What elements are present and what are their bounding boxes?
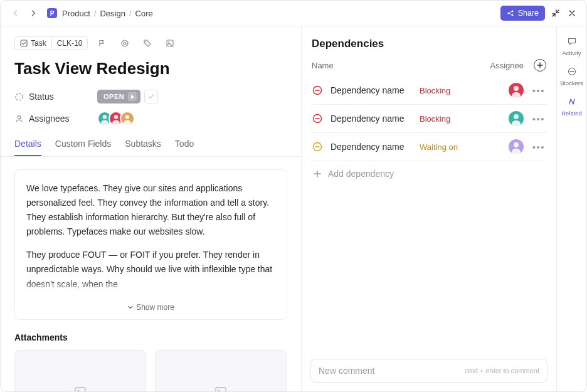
description-card[interactable]: We love typefaces. They give our sites a… [14,169,287,320]
plus-icon [313,169,322,178]
row-menu-button[interactable]: ••• [531,85,546,96]
svg-point-10 [18,115,21,119]
main-scroll[interactable]: We love typefaces. They give our sites a… [1,157,301,391]
svg-point-16 [124,120,131,125]
page-title[interactable]: Task View Redesign [1,56,301,86]
row-menu-button[interactable]: ••• [531,142,546,152]
svg-point-25 [514,114,519,119]
status-badge[interactable]: OPEN [97,90,140,103]
tab-subtasks[interactable]: Subtasks [125,139,161,156]
breadcrumb-item-2[interactable]: Core [135,9,153,18]
tag-button[interactable] [139,35,156,51]
svg-point-12 [101,120,108,125]
dependencies-columns: Name Assignee [310,50,547,77]
attachment-card[interactable] [14,350,146,391]
svg-rect-7 [167,40,173,46]
svg-point-11 [103,115,107,119]
tab-custom-fields[interactable]: Custom Fields [55,139,111,156]
nav-back-button[interactable] [9,7,22,19]
collapse-button[interactable] [550,8,561,19]
workspace-badge[interactable]: P [47,8,57,18]
svg-point-6 [145,41,147,43]
svg-point-1 [511,11,513,13]
attachment-card[interactable] [155,350,287,391]
svg-point-5 [124,42,126,45]
comment-hint: cmd + enter to comment [465,367,539,374]
tabs: Details Custom Fields Subtasks Todo [1,130,301,157]
block-icon [567,66,577,77]
comment-placeholder: New comment [319,366,374,376]
main-panel: Task CLK-10 Task [1,26,302,391]
breadcrumb-item-1[interactable]: Design [100,9,125,18]
rail-blockers[interactable]: Blockers [560,65,583,87]
avatar[interactable] [509,139,524,154]
flag-button[interactable] [94,35,110,51]
dependency-row[interactable]: Dependency name Waiting on ••• [310,133,547,161]
tab-todo[interactable]: Todo [175,139,194,156]
topbar: P Product / Design / Core Share [1,1,586,26]
add-dependency-label: Add dependency [328,169,394,179]
task-chips-row: Task CLK-10 [1,26,301,56]
tab-details[interactable]: Details [14,139,41,156]
assignees-row: Assignees [1,107,301,130]
rail-related[interactable]: Related [561,95,582,117]
assignee-avatars[interactable] [97,111,135,126]
dependency-status: Waiting on [420,142,458,152]
svg-point-8 [168,41,169,43]
dependency-status: Blocking [420,86,450,95]
avatar[interactable] [509,111,524,126]
description-paragraph: We love typefaces. They give our sites a… [26,181,275,239]
attachments-list [14,350,287,391]
add-dependency-icon-button[interactable] [534,59,546,72]
person-icon [14,114,24,124]
svg-point-15 [125,115,130,119]
svg-point-20 [218,389,220,391]
target-button[interactable] [117,35,133,51]
svg-point-26 [512,120,521,126]
svg-point-4 [122,40,128,46]
col-assignee: Assignee [490,61,524,70]
avatar[interactable] [509,83,524,98]
show-more-button[interactable]: Show more [26,300,275,313]
dependency-row[interactable]: Dependency name Blocking ••• [310,105,547,133]
close-button[interactable] [566,8,578,19]
share-button[interactable]: Share [500,6,545,21]
image-button[interactable] [162,35,178,51]
svg-point-22 [514,86,519,91]
svg-point-29 [512,149,521,154]
breadcrumb-item-0[interactable]: Product [62,9,90,18]
row-menu-button[interactable]: ••• [531,114,546,124]
image-placeholder-icon [74,386,87,391]
task-id-chip[interactable]: Task CLK-10 [14,36,88,50]
add-dependency-button[interactable]: Add dependency [310,161,547,186]
share-icon [507,9,514,17]
dependency-name: Dependency name [331,85,412,95]
plus-icon [537,62,543,68]
avatar[interactable] [120,111,135,126]
tag-icon [143,39,152,48]
breadcrumb-separator: / [129,9,132,18]
block-icon [312,85,323,96]
svg-rect-17 [75,388,85,391]
task-id-label: CLK-10 [57,39,83,48]
target-icon [120,39,129,48]
mark-complete-button[interactable] [144,90,158,103]
col-name: Name [312,61,334,70]
svg-point-28 [514,142,519,147]
dependency-row[interactable]: Dependency name Blocking ••• [310,77,547,105]
rail-activity[interactable]: Activity [562,35,581,56]
dependency-name: Dependency name [331,142,412,152]
wait-icon [312,141,323,152]
status-row: Status OPEN [1,86,301,107]
svg-point-9 [16,93,23,100]
task-check-icon [20,40,28,47]
nav-forward-button[interactable] [27,7,40,19]
chevron-down-icon [127,304,134,310]
svg-rect-3 [21,40,27,46]
comment-input[interactable]: New comment cmd + enter to comment [310,359,547,383]
assignees-label: Assignees [14,114,90,124]
related-icon [567,97,577,107]
dependencies-title: Dependencies [312,38,384,50]
breadcrumb-separator: / [94,9,97,18]
dependencies-panel: Dependencies Name Assignee Dependency na… [302,26,556,391]
